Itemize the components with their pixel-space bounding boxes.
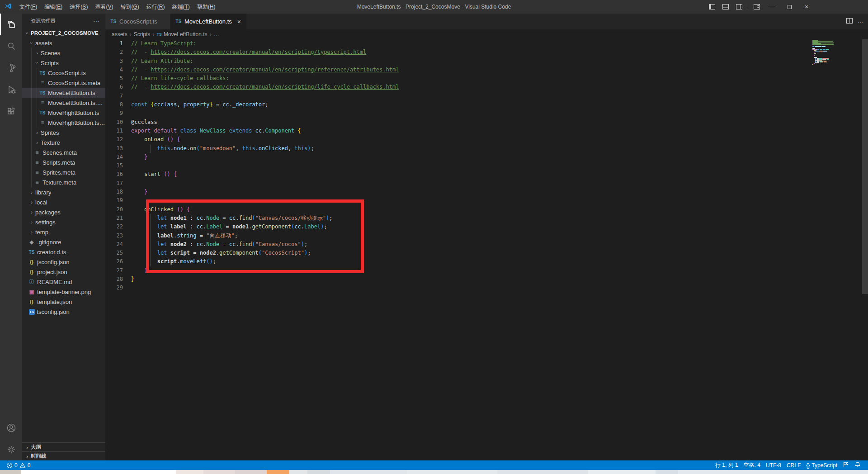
tree-item-sprites-meta[interactable]: ≡Sprites.meta: [22, 167, 105, 177]
breadcrumb-item[interactable]: TSMoveLeftButton.ts: [156, 31, 207, 38]
tree-item-library[interactable]: ›library: [22, 187, 105, 197]
code-line[interactable]: 15: [105, 161, 868, 170]
status-行-1-列-1[interactable]: 行 1, 列 1: [712, 460, 741, 470]
code-line[interactable]: 1// Learn TypeScript:: [105, 39, 868, 48]
account-icon[interactable]: [0, 417, 22, 439]
code-line[interactable]: 5// Learn life-cycle callbacks:: [105, 74, 868, 83]
menu-item[interactable]: 文件(F): [16, 0, 41, 14]
menu-item[interactable]: 运行(R): [143, 0, 169, 14]
code-line[interactable]: 16 start () {: [105, 170, 868, 179]
breadcrumb-item[interactable]: assets: [112, 31, 127, 38]
menu-item[interactable]: 选择(S): [66, 0, 91, 14]
tree-item-scripts[interactable]: ›Scripts: [22, 58, 105, 68]
feedback-icon[interactable]: [840, 460, 852, 470]
search-icon[interactable]: [0, 35, 22, 57]
tree-item-creator-d-ts[interactable]: TScreator.d.ts: [22, 247, 105, 257]
status-crlf[interactable]: CRLF: [784, 460, 803, 470]
code-line[interactable]: 2// - https://docs.cocos.com/creator/man…: [105, 48, 868, 57]
tree-item-project-json[interactable]: {}project.json: [22, 267, 105, 277]
toggle-sidebar-icon[interactable]: [705, 0, 719, 14]
tree-item-cocosscript-ts[interactable]: TSCocosScript.ts: [22, 68, 105, 78]
tree-item-cocosscript-ts-meta[interactable]: ≡CocosScript.ts.meta: [22, 78, 105, 88]
tree-item-assets[interactable]: ›assets: [22, 38, 105, 48]
tree-item-settings[interactable]: ›settings: [22, 217, 105, 227]
menu-item[interactable]: 帮助(H): [193, 0, 219, 14]
tree-item-moverightbutton-ts-meta[interactable]: ≡MoveRightButton.ts.meta: [22, 118, 105, 128]
code-line[interactable]: 13 this.node.on("mousedown", this.onClic…: [105, 144, 868, 153]
status-空格-4[interactable]: 空格: 4: [741, 460, 763, 470]
code-line[interactable]: 26 script.moveLeft();: [105, 257, 868, 266]
tree-item-local[interactable]: ›local: [22, 197, 105, 207]
tree-item-texture-meta[interactable]: ≡Texture.meta: [22, 177, 105, 187]
code-line[interactable]: 20 onClicked () {: [105, 205, 868, 214]
code-line[interactable]: 18 }: [105, 188, 868, 196]
menu-item[interactable]: 终端(T): [168, 0, 193, 14]
code-line[interactable]: 9: [105, 109, 868, 118]
code-line[interactable]: 17: [105, 179, 868, 188]
extensions-icon[interactable]: [0, 100, 22, 122]
menu-item[interactable]: 编辑(E): [41, 0, 66, 14]
maximize-button[interactable]: [781, 0, 798, 14]
editor-more-actions-icon[interactable]: ⋯: [858, 18, 864, 25]
run-and-debug-icon[interactable]: [0, 79, 22, 100]
status-utf-8[interactable]: UTF-8: [763, 460, 784, 470]
tree-item-moveleftbutton-ts[interactable]: TSMoveLeftButton.ts: [22, 88, 105, 98]
code-line[interactable]: 8const {ccclass, property} = cc._decorat…: [105, 100, 868, 109]
close-button[interactable]: ×: [798, 0, 815, 14]
code-line[interactable]: 4// - https://docs.cocos.com/creator/man…: [105, 66, 868, 74]
tree-item-moveleftbutton-ts-meta[interactable]: ≡MoveLeftButton.ts.meta: [22, 98, 105, 108]
status-typescript[interactable]: {}TypeScript: [803, 460, 840, 470]
explorer-more-actions-icon[interactable]: ⋯: [91, 17, 102, 24]
source-control-icon[interactable]: [0, 57, 22, 79]
customize-layout-icon[interactable]: [750, 0, 764, 14]
tree-item-tsconfig-json[interactable]: TStsconfig.json: [22, 307, 105, 317]
sidebar-section-大纲[interactable]: ›大纲: [22, 442, 105, 451]
minimap[interactable]: [809, 39, 845, 66]
code-line[interactable]: 3// Learn Attribute:: [105, 57, 868, 66]
code-line[interactable]: 6// - https://docs.cocos.com/creator/man…: [105, 83, 868, 91]
code-line[interactable]: 28}: [105, 275, 868, 284]
code-line[interactable]: 21 let node1 : cc.Node = cc.find("Canvas…: [105, 214, 868, 223]
tree-item-sprites[interactable]: ›Sprites: [22, 128, 105, 137]
code-line[interactable]: 24 let node2 : cc.Node = cc.find("Canvas…: [105, 240, 868, 249]
code-line[interactable]: 25 let script = node2.getComponent("Coco…: [105, 249, 868, 257]
menu-item[interactable]: 查看(V): [91, 0, 117, 14]
tree-item-temp[interactable]: ›temp: [22, 227, 105, 237]
toggle-secondary-sidebar-icon[interactable]: [732, 0, 746, 14]
tab-cocosscript-ts[interactable]: TSCocosScript.ts: [105, 14, 170, 29]
breadcrumb-item[interactable]: Scripts: [134, 31, 151, 38]
toggle-panel-icon[interactable]: [719, 0, 732, 14]
tree-item-scenes[interactable]: ›Scenes: [22, 48, 105, 58]
tree-item-scenes-meta[interactable]: ≡Scenes.meta: [22, 147, 105, 157]
settings-gear-icon[interactable]: [0, 439, 22, 460]
tree-item-readme-md[interactable]: ⓘREADME.md: [22, 277, 105, 287]
tree-item-texture[interactable]: ›Texture: [22, 137, 105, 147]
code-line[interactable]: 29: [105, 284, 868, 292]
minimize-button[interactable]: [764, 0, 781, 14]
split-editor-icon[interactable]: [846, 17, 853, 26]
notifications-bell-icon[interactable]: [852, 460, 863, 470]
code-line[interactable]: 7: [105, 92, 868, 100]
code-line[interactable]: 27 }: [105, 266, 868, 275]
tree-item-project-2-cocosmove[interactable]: ›PROJECT_2_COCOSMOVE: [22, 28, 105, 38]
code-line[interactable]: 12 onLoad () {: [105, 135, 868, 144]
tree-item-template-banner-png[interactable]: ▣template-banner.png: [22, 287, 105, 297]
breadcrumb-item[interactable]: …: [214, 31, 219, 38]
tree-item-scripts-meta[interactable]: ≡Scripts.meta: [22, 157, 105, 167]
code-editor[interactable]: 1// Learn TypeScript:2// - https://docs.…: [105, 39, 868, 460]
tree-item--gitignore[interactable]: ◈.gitignore: [22, 237, 105, 247]
tree-item-moverightbutton-ts[interactable]: TSMoveRightButton.ts: [22, 108, 105, 118]
sidebar-section-时间线[interactable]: ›时间线: [22, 451, 105, 460]
tree-item-jsconfig-json[interactable]: {}jsconfig.json: [22, 257, 105, 267]
menu-item[interactable]: 转到(G): [117, 0, 142, 14]
problems-status[interactable]: 0 0: [4, 460, 33, 470]
code-line[interactable]: 14 }: [105, 153, 868, 161]
tree-item-template-json[interactable]: {}template.json: [22, 297, 105, 307]
code-line[interactable]: 11export default class NewClass extends …: [105, 127, 868, 135]
code-line[interactable]: 22 let label : cc.Label = node1.getCompo…: [105, 223, 868, 231]
code-line[interactable]: 19: [105, 196, 868, 205]
code-line[interactable]: 23 label.string = "向左移动";: [105, 232, 868, 240]
editor-scrollbar[interactable]: [862, 39, 868, 294]
tab-close-icon[interactable]: ×: [236, 18, 242, 25]
tab-moveleftbutton-ts[interactable]: TSMoveLeftButton.ts×: [170, 14, 247, 29]
